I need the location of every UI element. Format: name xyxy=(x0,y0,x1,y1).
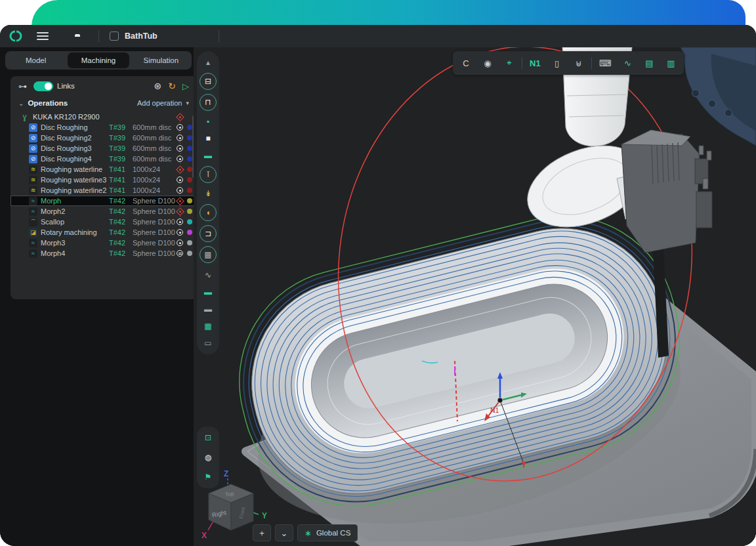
diagnostics-icon[interactable]: ∿ xyxy=(622,58,633,68)
operation-row[interactable]: ◪ Rotary machining T#42 Sphere D100 xyxy=(10,227,197,238)
tool-number: T#41 xyxy=(109,165,133,173)
color-dot[interactable] xyxy=(187,135,192,140)
status-icon[interactable] xyxy=(175,112,184,121)
scene-3d[interactable]: N1 Z Y X Top Right Front xyxy=(194,47,756,546)
recalculate-icon[interactable]: ↻ xyxy=(168,81,176,91)
mesh-surface-icon[interactable]: ▦ xyxy=(200,320,216,333)
holder-icon[interactable]: ◖ xyxy=(200,204,217,221)
color-dot[interactable] xyxy=(187,188,192,193)
menu-icon[interactable] xyxy=(37,32,49,40)
color-dot[interactable] xyxy=(187,209,192,214)
caret-down-icon[interactable]: ▾ xyxy=(186,100,189,106)
mesh-icon[interactable]: ▩ xyxy=(200,246,217,263)
curve-icon[interactable]: ∿ xyxy=(200,268,216,282)
mode-tabs: Model Machining Simulation xyxy=(5,51,192,70)
axis-z-label: Z xyxy=(224,469,228,478)
status-icon[interactable] xyxy=(175,186,184,195)
color-dot[interactable] xyxy=(187,146,192,151)
tab-simulation[interactable]: Simulation xyxy=(131,51,192,70)
color-dot[interactable] xyxy=(187,177,192,182)
global-cs-button[interactable]: ∗ Global CS xyxy=(297,524,358,541)
status-icon[interactable] xyxy=(175,238,184,247)
color-dot[interactable] xyxy=(187,251,192,256)
operations-title: Operations xyxy=(28,99,68,107)
machine-head-icon[interactable]: C xyxy=(461,58,471,68)
operation-row[interactable]: ⊘ Disc Roughing T#39 600mm disc xyxy=(10,122,197,133)
links-toggle[interactable] xyxy=(33,81,53,91)
color-dot[interactable] xyxy=(187,167,192,172)
color-dot[interactable] xyxy=(187,156,192,161)
status-icon[interactable] xyxy=(175,165,184,174)
status-icon[interactable] xyxy=(175,144,184,153)
tab-machining[interactable]: Machining xyxy=(68,52,129,68)
viewport-3d[interactable]: N1 Z Y X Top Right Front xyxy=(194,47,756,546)
status-icon[interactable] xyxy=(175,207,184,216)
operation-row[interactable]: ≈ Morph3 T#42 Sphere D100 xyxy=(10,238,197,248)
operation-row[interactable]: ≈ Morph T#42 Sphere D100 xyxy=(10,196,197,206)
tool-number: T#39 xyxy=(109,134,133,142)
workpiece-icon[interactable]: ▯ xyxy=(552,58,562,68)
status-icon[interactable] xyxy=(175,228,184,237)
screwdriver-icon[interactable]: ⊺ xyxy=(200,166,217,183)
workpiece-icon[interactable]: ■ xyxy=(200,132,216,145)
run-icon[interactable]: ▷ xyxy=(182,81,189,91)
control-panel-icon[interactable]: ⌨ xyxy=(599,58,612,68)
status-icon[interactable] xyxy=(175,154,184,163)
document-tab[interactable]: BathTub xyxy=(110,32,208,41)
view-strip-bottom: ⊡ ◍ ⚑ xyxy=(197,427,219,488)
tool-number: T#39 xyxy=(109,155,133,163)
color-dot[interactable] xyxy=(187,240,192,245)
add-operation-button[interactable]: Add operation xyxy=(137,99,182,107)
tool-assembly-icon[interactable]: ⊎ xyxy=(574,58,584,68)
chevron-down-icon[interactable]: ⌄ xyxy=(18,100,24,107)
color-dot[interactable] xyxy=(187,219,192,224)
tool-holder-icon[interactable]: ⊓ xyxy=(200,94,217,111)
add-cs-button[interactable]: + xyxy=(253,524,271,541)
settings-gear-icon[interactable]: ⊛ xyxy=(154,81,162,91)
stock-icon[interactable]: ▤ xyxy=(644,58,654,68)
machine-icon[interactable]: ⊟ xyxy=(200,73,217,90)
operation-row[interactable]: ⊘ Disc Roughing2 T#39 600mm disc xyxy=(10,133,197,143)
status-icon[interactable] xyxy=(175,175,184,184)
operation-row[interactable]: ≋ Roughing waterline3 T#41 1000x24 xyxy=(10,175,197,185)
drill-icon[interactable]: ↡ xyxy=(200,187,216,200)
frame-icon[interactable]: ⊐ xyxy=(200,225,217,242)
operation-row[interactable]: ⊘ Disc Roughing3 T#39 600mm disc xyxy=(10,143,197,154)
caliper-icon[interactable]: ⌖ xyxy=(504,58,514,68)
press-icon[interactable]: ▬ xyxy=(200,149,216,162)
toolbar-separator[interactable] xyxy=(591,57,592,69)
color-dot[interactable] xyxy=(187,114,192,119)
global-cs-label: Global CS xyxy=(316,529,350,537)
status-icon[interactable] xyxy=(175,217,184,226)
cs-dropdown-button[interactable]: ⌄ xyxy=(275,524,293,541)
collapse-button[interactable]: ▴ xyxy=(200,56,216,69)
probe-icon[interactable]: ◉ xyxy=(482,58,493,68)
nc-block-button[interactable]: N1 xyxy=(530,58,541,68)
operation-row[interactable]: ⊘ Disc Roughing4 T#39 600mm disc xyxy=(10,154,197,164)
fit-view-icon[interactable]: ⊡ xyxy=(200,431,216,444)
flag-icon[interactable]: ⚑ xyxy=(200,471,216,484)
operation-row[interactable]: ≋ Roughing waterline2 T#41 1000x24 xyxy=(10,185,197,196)
shaded-view-icon[interactable]: ◍ xyxy=(200,451,216,464)
operation-row[interactable]: ⌒ Scallop T#42 Sphere D100 xyxy=(10,217,197,227)
color-dot[interactable] xyxy=(187,230,192,235)
tool-small-icon[interactable]: ▪ xyxy=(200,115,216,128)
surface-point-icon[interactable]: ▭ xyxy=(200,337,216,350)
operation-name: Disc Roughing2 xyxy=(41,134,109,142)
color-dot[interactable] xyxy=(187,125,192,130)
surface-teal-icon[interactable]: ▬ xyxy=(200,285,216,299)
operation-row[interactable]: ≋ Roughing waterline T#41 1000x24 xyxy=(10,164,197,175)
toolbar-separator[interactable] xyxy=(522,57,522,69)
links-graph-icon[interactable]: ⊶ xyxy=(18,81,27,91)
operation-row[interactable]: ≈ Morph4 T#42 Sphere D100 xyxy=(10,248,197,259)
surface-gray-icon[interactable]: ▬ xyxy=(200,303,216,316)
status-icon[interactable] xyxy=(175,196,184,205)
status-icon[interactable] xyxy=(175,133,184,142)
operation-row[interactable]: ≈ Morph2 T#42 Sphere D100 xyxy=(10,206,197,217)
tab-model[interactable]: Model xyxy=(5,51,66,70)
operation-row[interactable]: ɣ KUKA KR120 R2900 xyxy=(10,112,197,122)
status-icon[interactable] xyxy=(175,249,184,258)
status-icon[interactable] xyxy=(175,123,184,132)
statistics-icon[interactable]: ▥ xyxy=(665,58,676,68)
color-dot[interactable] xyxy=(187,198,192,203)
